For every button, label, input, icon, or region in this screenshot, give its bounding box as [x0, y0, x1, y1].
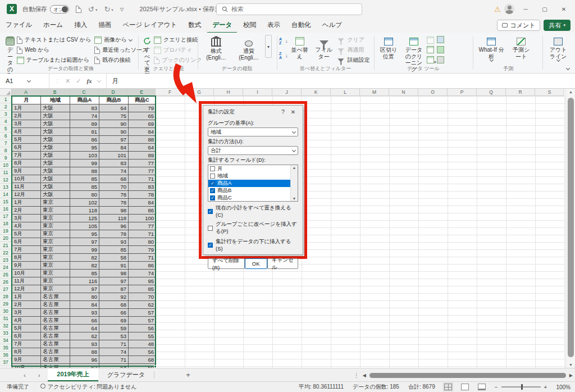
cell[interactable]: 東京: [41, 222, 70, 230]
scroll-up-icon[interactable]: ▲: [566, 90, 575, 94]
cell[interactable]: 100: [129, 215, 156, 222]
outline-button[interactable]: アウトライン: [545, 33, 572, 63]
row-header-25[interactable]: 25: [0, 271, 12, 279]
cell[interactable]: 80: [70, 293, 99, 301]
cell[interactable]: 83: [70, 104, 99, 112]
sort-desc-button[interactable]: ZA↓: [279, 51, 288, 61]
cell[interactable]: 東京: [41, 270, 70, 277]
row-header-32[interactable]: 32: [0, 322, 12, 330]
cell[interactable]: 85: [99, 246, 129, 254]
cell[interactable]: 4月: [12, 317, 41, 325]
cell[interactable]: 60: [129, 364, 156, 368]
cell[interactable]: 東京: [41, 215, 70, 222]
row-header-30[interactable]: 30: [0, 308, 12, 315]
page-layout-view-button[interactable]: [461, 384, 469, 390]
row-header-23[interactable]: 23: [0, 257, 12, 264]
autosave-control[interactable]: 自動保存 オン: [22, 5, 69, 13]
maximize-button[interactable]: ▢: [537, 2, 553, 16]
cell[interactable]: 9月: [12, 262, 41, 270]
consolidate-button[interactable]: [437, 56, 449, 65]
cell[interactable]: 78: [99, 230, 129, 238]
cell[interactable]: 71: [99, 356, 129, 364]
cell[interactable]: 103: [70, 152, 99, 159]
row-header-13[interactable]: 13: [0, 184, 12, 191]
row-header-20[interactable]: 20: [0, 235, 12, 242]
cell[interactable]: 55: [129, 332, 156, 340]
cell[interactable]: 101: [99, 152, 129, 159]
sheet-tab-グラフデータ[interactable]: グラフデータ: [98, 368, 154, 381]
tab-ページ レイアウト[interactable]: ページ レイアウト: [117, 18, 182, 33]
cell[interactable]: 名古屋: [41, 309, 70, 317]
what-if-button[interactable]: What-If 分析: [475, 33, 508, 63]
field-item-月[interactable]: 月: [208, 165, 298, 172]
cell[interactable]: 57: [129, 309, 156, 317]
vscroll-thumb[interactable]: [568, 98, 574, 357]
cell[interactable]: 8月: [12, 254, 41, 262]
row-header-3[interactable]: 3: [0, 111, 12, 118]
cell[interactable]: 116: [70, 277, 99, 285]
cell[interactable]: 64: [99, 104, 129, 112]
comments-button[interactable]: コメント: [497, 20, 540, 31]
cell[interactable]: 91: [99, 262, 129, 270]
cell[interactable]: 77: [129, 159, 156, 167]
cell[interactable]: 96: [99, 222, 129, 230]
cell[interactable]: 65: [129, 112, 156, 120]
column-header-S[interactable]: S: [535, 89, 564, 96]
cell[interactable]: 56: [129, 348, 156, 356]
row-header-27[interactable]: 27: [0, 286, 12, 293]
cell[interactable]: 98: [99, 270, 129, 277]
cell[interactable]: 81: [70, 128, 99, 136]
cell[interactable]: 58: [99, 254, 129, 262]
cell[interactable]: 77: [129, 167, 156, 175]
row-header-21[interactable]: 21: [0, 242, 12, 249]
cell[interactable]: 大阪: [41, 167, 70, 175]
cell[interactable]: 102: [70, 199, 99, 207]
column-header-P[interactable]: P: [448, 89, 477, 96]
cell[interactable]: 84: [129, 128, 156, 136]
column-header-L[interactable]: L: [331, 89, 360, 96]
cell[interactable]: 大阪: [41, 136, 70, 144]
cell[interactable]: 68: [99, 301, 129, 309]
cell[interactable]: 名古屋: [41, 356, 70, 364]
autosave-toggle[interactable]: オン: [50, 5, 69, 13]
cell[interactable]: 79: [129, 246, 156, 254]
cell[interactable]: 2月: [12, 112, 41, 120]
fields-listbox[interactable]: 月地域✓商品A✓商品B✓商品C ▲▼: [208, 165, 298, 202]
row-header-17[interactable]: 17: [0, 213, 12, 220]
prev-sheet-button[interactable]: ‹: [24, 372, 26, 379]
minimize-button[interactable]: ─: [518, 2, 533, 16]
cell[interactable]: 48: [129, 340, 156, 348]
row-header-6[interactable]: 6: [0, 133, 12, 140]
cell[interactable]: 8月: [12, 348, 41, 356]
filter-button[interactable]: フィルター: [312, 33, 336, 61]
cell[interactable]: 79: [129, 104, 156, 112]
checkbox-checked-icon[interactable]: ✓: [208, 209, 213, 214]
zoom-knob[interactable]: [521, 384, 523, 390]
cell[interactable]: 57: [129, 317, 156, 325]
cell[interactable]: 64: [129, 144, 156, 152]
cell[interactable]: 大阪: [41, 183, 70, 191]
dialog-close-button[interactable]: ✕: [288, 109, 298, 115]
cell[interactable]: 69: [129, 120, 156, 128]
text-to-columns-button[interactable]: 区切り位置: [376, 33, 401, 61]
cell[interactable]: 97: [99, 136, 129, 144]
cell[interactable]: 86: [70, 136, 99, 144]
cell[interactable]: 74: [129, 270, 156, 277]
cell[interactable]: 大阪: [41, 159, 70, 167]
cell[interactable]: 62: [70, 332, 99, 340]
cell[interactable]: 71: [99, 340, 129, 348]
cell[interactable]: 125: [70, 215, 99, 222]
checkbox-icon[interactable]: [210, 174, 215, 179]
cell[interactable]: 86: [129, 262, 156, 270]
cell[interactable]: 68: [129, 356, 156, 364]
checkbox-checked-icon[interactable]: ✓: [208, 243, 213, 248]
cell[interactable]: 105: [70, 222, 99, 230]
cell[interactable]: 89: [129, 152, 156, 159]
row-header-14[interactable]: 14: [0, 191, 12, 198]
list-scrollbar[interactable]: ▲▼: [290, 165, 298, 201]
dialog-help-button[interactable]: ?: [278, 109, 288, 115]
cell[interactable]: 90: [99, 128, 129, 136]
zoom-out-button[interactable]: −: [495, 384, 498, 390]
cell[interactable]: 86: [129, 207, 156, 215]
header-cell[interactable]: 地域: [41, 97, 70, 104]
